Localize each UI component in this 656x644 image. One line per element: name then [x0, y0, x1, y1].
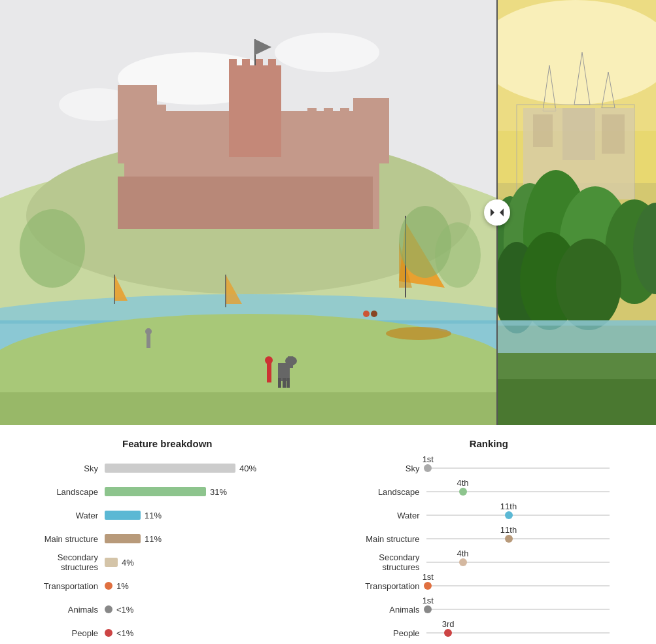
- ranking-dot: [459, 488, 467, 496]
- ranking-row: Main structure 11th: [341, 530, 637, 547]
- svg-rect-66: [562, 108, 595, 160]
- ranking-value: 11th: [500, 525, 517, 535]
- bar-container: 40%: [105, 464, 315, 473]
- svg-rect-78: [497, 320, 656, 326]
- ranking-row: Water 11th: [341, 507, 637, 524]
- feature-row: Animals <1%: [20, 601, 315, 618]
- feature-rows: Sky 40% Landscape 31% Water 11% Main str…: [20, 460, 315, 641]
- ranking-bar-container: 11th: [426, 515, 610, 516]
- svg-rect-47: [286, 378, 290, 388]
- feature-row: Secondary structures 4%: [20, 554, 315, 571]
- ranking-value: 1st: [423, 596, 434, 605]
- svg-rect-67: [602, 114, 625, 154]
- bar-container: 11%: [105, 534, 315, 544]
- svg-rect-15: [268, 59, 276, 72]
- feature-row: Sky 40%: [20, 460, 315, 477]
- feature-row: Transportation 1%: [20, 577, 315, 594]
- data-section: Feature breakdown Sky 40% Landscape 31% …: [0, 425, 656, 644]
- ranking-label: Animals: [341, 605, 426, 615]
- bar-container: 31%: [105, 487, 315, 497]
- ranking-dot: [424, 582, 432, 590]
- svg-rect-23: [324, 108, 333, 121]
- ranking-row: Transportation 1st: [341, 577, 637, 594]
- ranking-value: 1st: [423, 572, 434, 582]
- ranking-label: Secondary structures: [341, 552, 426, 572]
- feature-row: People <1%: [20, 624, 315, 641]
- dot-indicator: [105, 605, 112, 613]
- svg-point-48: [285, 356, 297, 365]
- feature-label: People: [20, 628, 105, 638]
- svg-rect-9: [118, 85, 157, 163]
- ranking-dot: [424, 464, 432, 472]
- bar-container: 1%: [105, 581, 315, 591]
- feature-breakdown-panel: Feature breakdown Sky 40% Landscape 31% …: [20, 438, 315, 637]
- svg-marker-55: [500, 209, 504, 216]
- svg-point-38: [386, 327, 451, 340]
- ranking-bar-container: 1st: [426, 467, 610, 469]
- ranking-value: 3rd: [442, 619, 455, 629]
- svg-point-50: [371, 311, 377, 317]
- feature-breakdown-title: Feature breakdown: [20, 438, 315, 449]
- ranking-label: Main structure: [341, 534, 426, 544]
- svg-rect-19: [124, 105, 133, 118]
- feature-bar: [105, 487, 206, 496]
- svg-rect-41: [267, 363, 271, 382]
- ranking-row: People 3rd: [341, 624, 637, 641]
- svg-point-76: [556, 239, 621, 330]
- svg-rect-14: [255, 59, 263, 72]
- ranking-dot: [444, 629, 452, 637]
- dot-indicator: [105, 629, 112, 637]
- ranking-panel: Ranking Sky 1st Landscape 4th Water 11th…: [341, 438, 637, 637]
- bar-pct: 11%: [145, 534, 162, 544]
- painted-image: [0, 0, 497, 425]
- bar-pct: <1%: [116, 628, 133, 638]
- svg-point-40: [145, 328, 152, 335]
- bar-pct: 11%: [145, 511, 162, 520]
- bar-container: <1%: [105, 628, 315, 638]
- svg-rect-20: [141, 105, 150, 118]
- divider-handle[interactable]: [484, 199, 510, 226]
- feature-row: Landscape 31%: [20, 483, 315, 500]
- ranking-row: Landscape 4th: [341, 483, 637, 500]
- ranking-bar-container: 4th: [426, 562, 610, 563]
- ranking-label: Sky: [341, 464, 426, 473]
- feature-bar: [105, 534, 141, 543]
- feature-label: Water: [20, 511, 105, 520]
- ranking-label: People: [341, 628, 426, 638]
- ranking-row: Animals 1st: [341, 601, 637, 618]
- ranking-bar-container: 11th: [426, 538, 610, 539]
- svg-rect-13: [242, 59, 250, 72]
- bar-pct: 40%: [239, 464, 256, 473]
- svg-rect-22: [307, 108, 317, 121]
- feature-bar: [105, 511, 141, 520]
- svg-rect-11: [229, 65, 281, 157]
- feature-bar: [105, 558, 118, 567]
- feature-label: Main structure: [20, 534, 105, 544]
- bar-pct: 4%: [122, 558, 134, 568]
- ranking-bar-container: 1st: [426, 585, 610, 586]
- image-comparison: [0, 0, 656, 425]
- ranking-value: 1st: [423, 454, 434, 464]
- ranking-bar-container: 3rd: [426, 632, 610, 634]
- dot-indicator: [105, 582, 112, 590]
- ranking-label: Transportation: [341, 581, 426, 591]
- ranking-title: Ranking: [341, 438, 637, 449]
- ranking-value: 4th: [457, 478, 468, 488]
- ranking-value: 4th: [457, 549, 468, 558]
- bar-container: 4%: [105, 558, 315, 568]
- svg-rect-21: [157, 105, 166, 118]
- svg-rect-18: [118, 177, 373, 229]
- feature-row: Water 11%: [20, 507, 315, 524]
- feature-label: Secondary structures: [20, 552, 105, 572]
- bar-pct: 1%: [116, 581, 129, 591]
- feature-label: Landscape: [20, 487, 105, 497]
- bar-pct: 31%: [210, 487, 227, 497]
- ranking-dot: [505, 511, 513, 519]
- svg-point-51: [20, 209, 85, 288]
- ranking-dot: [505, 535, 513, 543]
- svg-rect-10: [353, 98, 389, 163]
- ranking-label: Landscape: [341, 487, 426, 497]
- svg-rect-65: [533, 114, 553, 147]
- ranking-row: Secondary structures 4th: [341, 554, 637, 571]
- svg-rect-24: [340, 108, 349, 121]
